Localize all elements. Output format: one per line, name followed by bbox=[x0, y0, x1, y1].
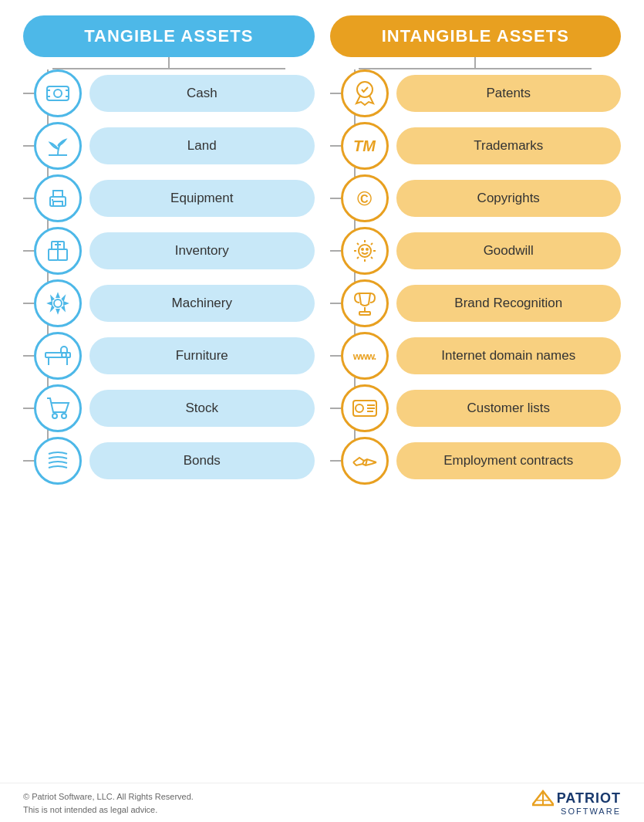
list-item: www.Internet domain names bbox=[330, 332, 622, 380]
list-item: Customer lists bbox=[330, 384, 622, 432]
footer-right: PATRIOT SOFTWARE bbox=[532, 790, 621, 816]
intangible-connector-v bbox=[474, 57, 476, 68]
item-icon bbox=[34, 122, 82, 170]
item-icon bbox=[341, 279, 389, 327]
list-item: Land bbox=[23, 122, 315, 170]
item-icon bbox=[34, 384, 82, 432]
item-label: Copyrights bbox=[396, 180, 622, 217]
svg-rect-8 bbox=[53, 191, 62, 197]
item-h-connector bbox=[23, 408, 34, 409]
item-h-connector bbox=[23, 198, 34, 199]
intangible-column: INTANGIBLE ASSETS PatentsTMTrademarks©Co… bbox=[330, 15, 622, 489]
item-label: Furniture bbox=[89, 337, 315, 374]
item-h-connector bbox=[23, 460, 34, 462]
item-h-connector bbox=[23, 250, 34, 252]
columns: TANGIBLE ASSETS CashLandEquipmentInvento… bbox=[23, 15, 621, 489]
patriot-sub: SOFTWARE bbox=[561, 807, 621, 816]
svg-rect-0 bbox=[47, 86, 69, 100]
tangible-items-wrapper: CashLandEquipmentInventoryMachineryFurni… bbox=[23, 69, 315, 489]
item-icon bbox=[341, 437, 389, 485]
svg-point-25 bbox=[362, 249, 363, 250]
svg-point-21 bbox=[52, 414, 57, 418]
item-icon bbox=[341, 227, 389, 275]
svg-point-26 bbox=[366, 249, 368, 250]
main-content: TANGIBLE ASSETS CashLandEquipmentInvento… bbox=[0, 0, 644, 776]
svg-line-32 bbox=[371, 257, 373, 259]
item-icon: TM bbox=[341, 122, 389, 170]
item-icon bbox=[341, 384, 389, 432]
tangible-list: CashLandEquipmentInventoryMachineryFurni… bbox=[23, 69, 315, 485]
svg-point-1 bbox=[54, 90, 62, 97]
list-item: Machinery bbox=[23, 279, 315, 327]
intangible-list: PatentsTMTrademarks©CopyrightsGoodwillBr… bbox=[330, 69, 622, 485]
item-label: Cash bbox=[89, 75, 315, 112]
intangible-header: INTANGIBLE ASSETS bbox=[330, 15, 622, 57]
patriot-brand: PATRIOT bbox=[557, 791, 621, 805]
list-item: Patents bbox=[330, 69, 622, 117]
tangible-connector-v bbox=[168, 57, 170, 68]
item-label: Inventory bbox=[89, 232, 315, 269]
item-label: Trademarks bbox=[396, 127, 622, 164]
footer-copyright: © Patriot Software, LLC. All Rights Rese… bbox=[23, 790, 194, 803]
item-h-connector bbox=[330, 145, 341, 147]
item-icon bbox=[34, 332, 82, 380]
footer-left: © Patriot Software, LLC. All Rights Rese… bbox=[23, 790, 194, 816]
list-item: Inventory bbox=[23, 227, 315, 275]
patriot-logo-row: PATRIOT bbox=[532, 790, 621, 807]
patriot-logo-icon bbox=[532, 790, 554, 807]
item-label: Goodwill bbox=[396, 232, 622, 269]
item-h-connector bbox=[23, 303, 34, 304]
list-item: Equipment bbox=[23, 174, 315, 222]
list-item: Stock bbox=[23, 384, 315, 432]
list-item: Goodwill bbox=[330, 227, 622, 275]
svg-rect-9 bbox=[53, 201, 62, 206]
item-label: Stock bbox=[89, 390, 315, 427]
intangible-items-wrapper: PatentsTMTrademarks©CopyrightsGoodwillBr… bbox=[330, 69, 622, 489]
item-label: Internet domain names bbox=[396, 337, 622, 374]
item-h-connector bbox=[23, 355, 34, 357]
item-h-connector bbox=[23, 145, 34, 147]
item-label: Machinery bbox=[89, 285, 315, 322]
svg-point-20 bbox=[62, 353, 66, 357]
item-icon: © bbox=[341, 174, 389, 222]
list-item: ©Copyrights bbox=[330, 174, 622, 222]
item-label: Land bbox=[89, 127, 315, 164]
item-label: Equipment bbox=[89, 180, 315, 217]
svg-line-31 bbox=[357, 243, 359, 245]
tangible-column: TANGIBLE ASSETS CashLandEquipmentInvento… bbox=[23, 15, 315, 489]
item-icon bbox=[34, 174, 82, 222]
svg-point-24 bbox=[359, 245, 371, 257]
svg-point-16 bbox=[54, 299, 62, 307]
item-icon bbox=[34, 279, 82, 327]
list-item: Cash bbox=[23, 69, 315, 117]
item-icon bbox=[341, 69, 389, 117]
svg-line-34 bbox=[371, 243, 373, 245]
item-label: Patents bbox=[396, 75, 622, 112]
list-item: Brand Recognition bbox=[330, 279, 622, 327]
svg-rect-11 bbox=[49, 249, 58, 260]
svg-point-22 bbox=[62, 414, 66, 418]
footer-disclaimer: This is not intended as legal advice. bbox=[23, 803, 194, 817]
footer: © Patriot Software, LLC. All Rights Rese… bbox=[0, 783, 644, 822]
item-icon bbox=[34, 227, 82, 275]
list-item: Furniture bbox=[23, 332, 315, 380]
svg-rect-12 bbox=[58, 249, 67, 260]
item-label: Bonds bbox=[89, 442, 315, 479]
list-item: Employment contracts bbox=[330, 437, 622, 485]
item-h-connector bbox=[330, 303, 341, 304]
item-h-connector bbox=[330, 408, 341, 409]
list-item: TMTrademarks bbox=[330, 122, 622, 170]
svg-point-39 bbox=[356, 404, 363, 412]
item-label: Employment contracts bbox=[396, 442, 622, 479]
item-h-connector bbox=[330, 250, 341, 252]
svg-rect-37 bbox=[359, 312, 370, 315]
item-h-connector bbox=[330, 93, 341, 94]
item-h-connector bbox=[330, 355, 341, 357]
item-label: Brand Recognition bbox=[396, 285, 622, 322]
list-item: Bonds bbox=[23, 437, 315, 485]
item-icon: www. bbox=[341, 332, 389, 380]
svg-line-33 bbox=[357, 257, 359, 259]
item-h-connector bbox=[23, 93, 34, 94]
item-h-connector bbox=[330, 460, 341, 462]
item-label: Customer lists bbox=[396, 390, 622, 427]
